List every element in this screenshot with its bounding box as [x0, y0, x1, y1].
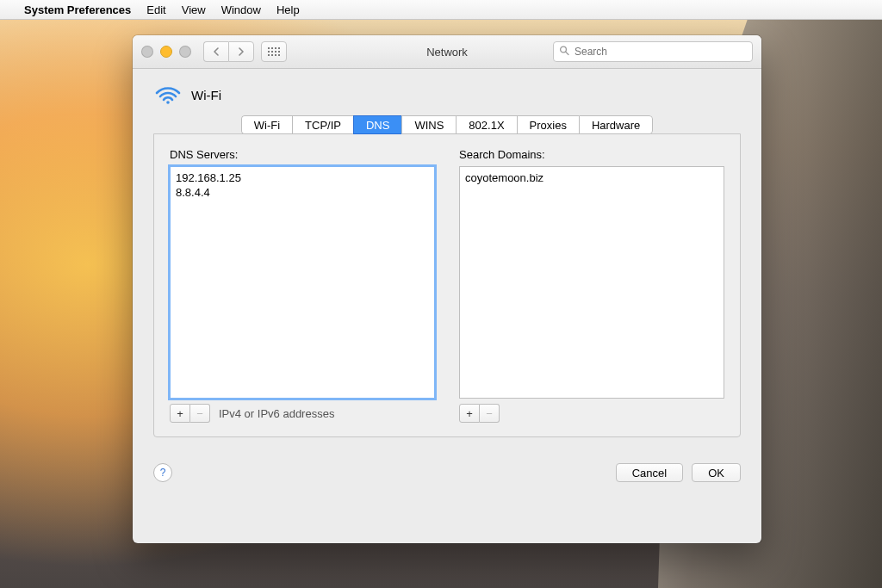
tab-proxies[interactable]: Proxies — [517, 115, 579, 134]
show-all-button[interactable] — [261, 41, 287, 62]
menubar-item-window[interactable]: Window — [221, 3, 261, 16]
help-icon: ? — [160, 467, 166, 479]
search-domains-list[interactable]: coyotemoon.biz — [459, 166, 724, 399]
minus-icon: − — [486, 407, 493, 420]
tab-tcpip[interactable]: TCP/IP — [292, 115, 353, 134]
tab-panel-dns: DNS Servers: 192.168.1.25 8.8.4.4 + − IP… — [153, 133, 741, 437]
window-zoom-button[interactable] — [179, 46, 191, 58]
ok-button[interactable]: OK — [692, 463, 741, 482]
search-input[interactable] — [553, 41, 753, 62]
dns-servers-controls: + − IPv4 or IPv6 addresses — [170, 404, 435, 423]
search-domains-column: Search Domains: coyotemoon.biz + − — [459, 148, 724, 423]
forward-button[interactable] — [228, 41, 254, 62]
dns-servers-list[interactable]: 192.168.1.25 8.8.4.4 — [170, 166, 435, 399]
remove-dns-server-button[interactable]: − — [190, 404, 210, 423]
list-item[interactable]: 8.8.4.4 — [176, 185, 429, 200]
search-wrap — [553, 41, 753, 62]
help-button[interactable]: ? — [153, 463, 172, 482]
list-item[interactable]: 192.168.1.25 — [176, 170, 429, 185]
wifi-icon — [155, 84, 181, 105]
add-search-domain-button[interactable]: + — [459, 404, 480, 423]
tab-hardware[interactable]: Hardware — [579, 115, 653, 134]
window-close-button[interactable] — [141, 46, 153, 58]
traffic-lights — [141, 46, 191, 58]
remove-search-domain-button[interactable]: − — [480, 404, 500, 423]
window-footer: ? Cancel OK — [133, 451, 761, 482]
cancel-button[interactable]: Cancel — [616, 463, 683, 482]
plus-icon: + — [177, 407, 183, 420]
back-button[interactable] — [203, 41, 228, 62]
menubar: System Preferences Edit View Window Help — [0, 0, 882, 20]
svg-point-2 — [166, 101, 170, 104]
toolbar-nav — [203, 41, 254, 62]
menubar-app-name[interactable]: System Preferences — [24, 3, 131, 16]
minus-icon: − — [196, 407, 203, 420]
interface-name: Wi-Fi — [191, 88, 221, 102]
tab-wins[interactable]: WINS — [401, 115, 456, 134]
menubar-item-view[interactable]: View — [182, 3, 206, 16]
plus-icon: + — [466, 407, 473, 420]
window-content: Wi-Fi Wi-Fi TCP/IP DNS WINS 802.1X Proxi… — [133, 69, 761, 451]
tab-wifi[interactable]: Wi-Fi — [241, 115, 292, 134]
window-minimize-button[interactable] — [160, 46, 172, 58]
dns-servers-hint: IPv4 or IPv6 addresses — [219, 407, 334, 420]
tab-8021x[interactable]: 802.1X — [456, 115, 516, 134]
window-network: Network Wi-Fi Wi-Fi TCP/IP — [133, 35, 761, 543]
menubar-item-edit[interactable]: Edit — [146, 3, 165, 16]
interface-header: Wi-Fi — [153, 84, 741, 115]
dns-servers-label: DNS Servers: — [170, 148, 435, 161]
add-dns-server-button[interactable]: + — [170, 404, 190, 423]
tab-dns[interactable]: DNS — [353, 115, 401, 134]
search-domains-controls: + − — [459, 404, 724, 423]
tabbar: Wi-Fi TCP/IP DNS WINS 802.1X Proxies Har… — [153, 115, 741, 134]
dns-servers-column: DNS Servers: 192.168.1.25 8.8.4.4 + − IP… — [170, 148, 435, 423]
list-item[interactable]: coyotemoon.biz — [465, 170, 718, 185]
window-titlebar: Network — [133, 35, 761, 69]
menubar-item-help[interactable]: Help — [276, 3, 300, 16]
search-domains-label: Search Domains: — [459, 148, 724, 161]
